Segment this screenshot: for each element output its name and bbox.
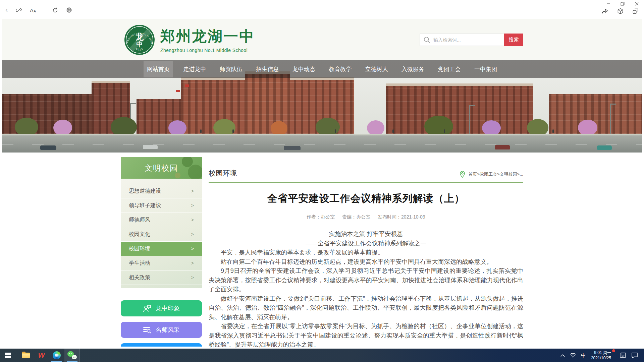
wps-office-button[interactable]: W — [34, 349, 49, 362]
share-icon[interactable] — [602, 8, 608, 16]
article-title: 全省平安建设工作会议精神系列解读（上） — [209, 192, 523, 205]
refresh-icon[interactable] — [52, 7, 58, 13]
maximize-button[interactable] — [619, 1, 626, 7]
back-icon[interactable]: ‹ — [5, 7, 8, 13]
notification-dot — [612, 349, 615, 352]
start-button[interactable] — [0, 349, 15, 362]
nav-item-faculty[interactable]: 师资队伍 — [216, 61, 246, 77]
nav-item-teaching[interactable]: 教育教学 — [325, 61, 355, 77]
system-tray: 中 9:01 周一 2021/10/25 — [560, 349, 644, 362]
nav-item-moral-education[interactable]: 立德树人 — [362, 61, 391, 77]
chevron-right-icon: > — [191, 246, 194, 251]
sidebar-item-student-activities[interactable]: 学生活动> — [121, 256, 202, 270]
site-search: 搜索 — [420, 34, 523, 46]
school-seal-icon: ZHENGZHOU LONGHU YI ZHONG 2013 龙 中 — [124, 24, 155, 55]
article-panel: 校园环境 首页>党团工会>文明校园>... 全省平安建设工作会议精神系列解读（上… — [209, 157, 523, 349]
article-author: 作者：办公室 — [307, 214, 335, 220]
article-subtitle2: ——全省平安建设工作会议精神系列解读之一 — [209, 239, 523, 248]
web-page: ZHENGZHOU LONGHU YI ZHONG 2013 龙 中 郑州龙湖一… — [2, 19, 642, 349]
search-button[interactable]: 搜索 — [504, 34, 523, 46]
link-icon[interactable] — [16, 7, 22, 13]
sidebar-extra-button[interactable] — [121, 343, 202, 347]
mini-program-icon[interactable] — [617, 8, 624, 16]
browser-window: ‹ AA — [0, 0, 644, 362]
wechat-button[interactable] — [64, 349, 80, 362]
file-explorer-button[interactable] — [18, 349, 34, 362]
article-subtitle: 实施治本之策 打牢平安根基 — [209, 230, 523, 239]
wps-icon: W — [38, 351, 45, 359]
show-hidden-icons-chevron[interactable] — [560, 354, 565, 357]
school-logo[interactable]: ZHENGZHOU LONGHU YI ZHONG 2013 龙 中 郑州龙湖一… — [124, 24, 255, 55]
sidebar-item-ideology[interactable]: 思想道德建设> — [121, 184, 202, 198]
windows-logo-icon — [5, 353, 11, 358]
nav-item-admissions[interactable]: 招生信息 — [253, 61, 282, 77]
wifi-icon[interactable] — [570, 353, 576, 358]
ime-indicator[interactable]: 中 — [581, 352, 586, 359]
clock-time: 9:01 周一 — [591, 350, 611, 355]
section-title: 校园环境 — [209, 169, 237, 178]
article-editor: 责编：办公室 — [342, 214, 370, 220]
nav-item-about[interactable]: 走进龙中 — [180, 61, 209, 77]
nav-item-group[interactable]: 一中集团 — [471, 61, 500, 77]
action-center-icon[interactable] — [631, 352, 638, 358]
font-size-icon[interactable]: AA — [30, 7, 36, 13]
article-paragraph: 9月9日召开的全省平安建设工作会议，深入学习贯彻习近平总书记关于平安中国建设的重… — [209, 266, 523, 294]
minimize-button[interactable] — [605, 1, 612, 7]
sidebar-title: 文明校园 — [121, 157, 202, 179]
toolbar-divider — [44, 7, 44, 13]
search-icon — [423, 36, 431, 44]
school-name-zh: 郑州龙湖一中 — [160, 26, 255, 46]
chevron-right-icon: > — [191, 260, 194, 266]
breadcrumb[interactable]: 首页>党团工会>文明校园>... — [459, 171, 523, 178]
browser-chrome: ‹ AA — [0, 0, 644, 19]
chevron-right-icon: > — [191, 188, 194, 194]
sidebar-item-policies[interactable]: 相关政策> — [121, 270, 202, 285]
close-button[interactable] — [633, 1, 640, 7]
sidebar: 文明校园 思想道德建设> 领导班子建设> 师德师风> 校园文化> 校园环境> 学… — [121, 157, 202, 347]
article-paragraph: 平安，是人民幸福安康的基本要求，是改革发展的基本前提。 — [209, 248, 523, 257]
longzhong-impression-button[interactable]: 龙中印象 — [121, 300, 202, 316]
article-meta: 作者：办公室 责编：办公室 发布时间：2021-10-09 — [209, 214, 523, 220]
edge-icon — [53, 351, 61, 359]
location-pin-icon — [459, 171, 466, 178]
campus-banner: 网站首页 走进龙中 师资队伍 招生信息 龙中动态 教育教学 立德树人 入微服务 … — [2, 60, 642, 153]
article-body: 实施治本之策 打牢平安根基 ——全省平安建设工作会议精神系列解读之一 平安，是人… — [209, 230, 523, 349]
news-feed-icon[interactable] — [620, 352, 626, 359]
article-publish-time: 发布时间：2021-10-09 — [378, 214, 425, 220]
chevron-right-icon: > — [191, 217, 194, 223]
wechat-icon — [67, 351, 77, 359]
site-header: ZHENGZHOU LONGHU YI ZHONG 2013 龙 中 郑州龙湖一… — [2, 19, 642, 60]
article-paragraph: 做好平安河南建设工作，要做到“关口前移、工作下沉”，推动社会治理重心下移，从基层… — [209, 294, 523, 322]
sidebar-item-campus-environment[interactable]: 校园环境> — [121, 242, 202, 256]
chevron-right-icon: > — [191, 203, 194, 208]
globe-icon[interactable] — [66, 7, 72, 13]
nav-item-news[interactable]: 龙中动态 — [289, 61, 319, 77]
search-input[interactable] — [420, 34, 504, 46]
nav-item-services[interactable]: 入微服务 — [398, 61, 428, 77]
article-paragraph: 站在向第二个百年奋斗目标迈进的历史新起点，建设更高水平的平安中国具有重大而深远的… — [209, 257, 523, 267]
edge-browser-button[interactable] — [49, 349, 64, 362]
famous-teachers-button[interactable]: 名师风采 — [121, 322, 202, 338]
person-chat-icon — [143, 304, 152, 312]
windows-taskbar: W 中 9:01 周一 2021/10/25 — [0, 349, 644, 362]
clock[interactable]: 9:01 周一 2021/10/25 — [591, 350, 614, 361]
nav-item-home[interactable]: 网站首页 — [144, 61, 173, 77]
list-search-icon — [143, 326, 152, 334]
folder-icon — [22, 353, 30, 358]
sidebar-item-campus-culture[interactable]: 校园文化> — [121, 227, 202, 242]
article-paragraph: 省委决定，在全省开展以“零上访零事故零案件”为目标、为抓手、为检验的村（社区）、… — [209, 322, 523, 349]
chevron-right-icon: > — [191, 275, 194, 280]
chevron-right-icon: > — [191, 232, 194, 237]
sidebar-item-teacher-ethics[interactable]: 师德师风> — [121, 213, 202, 227]
school-name-en: Zhengzhou Longhu No.1 Middle School — [160, 48, 255, 53]
float-window-icon[interactable] — [632, 8, 639, 16]
main-navigation: 网站首页 走进龙中 师资队伍 招生信息 龙中动态 教育教学 立德树人 入微服务 … — [2, 60, 642, 78]
clock-date: 2021/10/25 — [591, 355, 611, 361]
svg-text:中: 中 — [137, 41, 143, 48]
sidebar-item-leadership[interactable]: 领导班子建设> — [121, 198, 202, 213]
nav-item-party-union[interactable]: 党团工会 — [435, 61, 464, 77]
svg-text:龙: 龙 — [135, 32, 144, 41]
sidebar-menu: 思想道德建设> 领导班子建设> 师德师风> 校园文化> 校园环境> 学生活动> … — [121, 179, 202, 288]
